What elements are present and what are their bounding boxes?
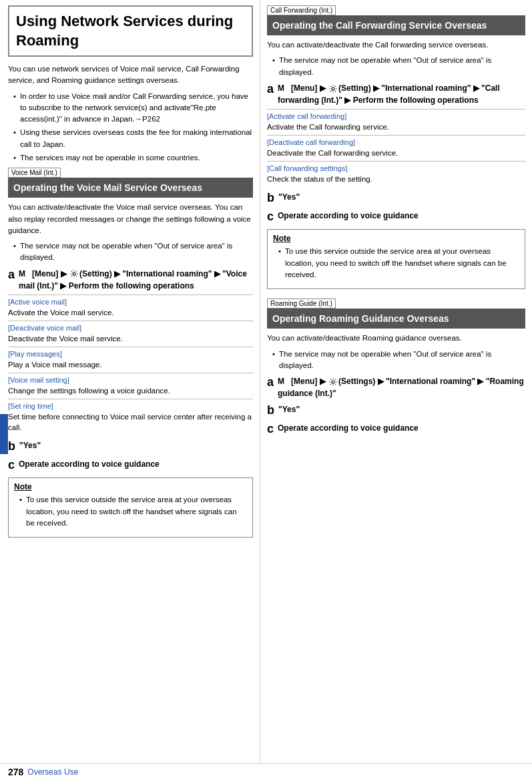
- rg-step-b-text: "Yes": [278, 403, 525, 415]
- rg-step-b-label: b: [267, 403, 274, 418]
- cf-note-bullets: To use this service outside the service …: [273, 246, 519, 280]
- left-column: Using Network Services during Roaming Yo…: [0, 0, 260, 763]
- step-c-label-vm: c: [8, 458, 15, 473]
- roaming-guidance-section: Roaming Guide (Int.) Operating Roaming G…: [267, 299, 525, 329]
- sub-activate-cf: [Activate call forwarding] Activate the …: [267, 109, 525, 135]
- rg-step-a-label: a: [267, 375, 274, 390]
- voice-mail-section: Voice Mail (Int.) Operating the Voice Ma…: [8, 168, 253, 198]
- sub-activate-cf-label: [Activate call forwarding]: [267, 112, 525, 120]
- cf-step-b-label: b: [267, 191, 274, 206]
- sub-ring-time-text: Set time before connecting to Voice mail…: [8, 411, 253, 433]
- page-container: Using Network Services during Roaming Yo…: [0, 0, 532, 780]
- cf-step-c-label: c: [267, 210, 274, 224]
- intro-bullet-1: In order to use Voice mail and/or Call F…: [13, 91, 253, 126]
- cf-step-b: b "Yes": [267, 191, 525, 206]
- voice-mail-sub-sections: [Active voice mail] Activate the Voice m…: [8, 295, 253, 436]
- voice-mail-tag: Voice Mail (Int.): [8, 168, 61, 178]
- rg-step-a-text: M [Menu] ▶ (Settings) ▶ "International r…: [278, 375, 525, 399]
- svg-point-2: [332, 381, 334, 383]
- roaming-guidance-bullet-1: The service may not be operable when "Ou…: [272, 349, 525, 372]
- sub-deactivate-cf: [Deactivate call forwarding] Deactivate …: [267, 135, 525, 161]
- sub-section-voice-setting: [Voice mail setting] Change the settings…: [8, 373, 253, 399]
- voice-mail-step-c: c Operate according to voice guidance: [8, 458, 253, 473]
- call-forwarding-sub-sections: [Activate call forwarding] Activate the …: [267, 109, 525, 187]
- sub-ring-time-label: [Set ring time]: [8, 402, 253, 410]
- footer: 278 Overseas Use: [0, 763, 532, 780]
- call-forwarding-body: You can activate/deactivate the Call for…: [267, 39, 525, 51]
- call-forwarding-section: Call Forwarding (Int.) Operating the Cal…: [267, 5, 525, 35]
- cf-note-title: Note: [273, 234, 519, 243]
- footer-link: Overseas Use: [27, 767, 78, 777]
- gear-icon-rg: [328, 377, 338, 387]
- step-a-label: a: [8, 268, 15, 282]
- rg-step-c: c Operate according to voice guidance: [267, 422, 525, 437]
- sub-section-ring-time: [Set ring time] Set time before connecti…: [8, 399, 253, 435]
- page-title: Using Network Services during Roaming: [16, 12, 245, 50]
- right-column: Call Forwarding (Int.) Operating the Cal…: [260, 0, 532, 763]
- sub-section-active-voice: [Active voice mail] Activate the Voice m…: [8, 295, 253, 321]
- intro-bullets: In order to use Voice mail and/or Call F…: [8, 91, 253, 164]
- voice-mail-step-a: a M [Menu] ▶ (Setting) ▶ "International …: [8, 268, 253, 292]
- call-forwarding-title: Operating the Call Forwarding Service Ov…: [267, 15, 525, 35]
- cf-step-c: c Operate according to voice guidance: [267, 210, 525, 224]
- sub-active-voice-label: [Active voice mail]: [8, 298, 253, 306]
- sub-voice-setting-text: Change the settings following a voice gu…: [8, 385, 253, 396]
- side-tab: [0, 414, 8, 454]
- call-forwarding-bullets: The service may not be operable when "Ou…: [267, 55, 525, 78]
- roaming-guidance-bullets: The service may not be operable when "Ou…: [267, 349, 525, 372]
- title-box: Using Network Services during Roaming: [8, 5, 253, 57]
- intro-text: You can use network services of Voice ma…: [8, 63, 253, 87]
- voice-mail-note-bullets: To use this service outside the service …: [14, 494, 247, 529]
- roaming-guidance-tag: Roaming Guide (Int.): [267, 299, 336, 309]
- cf-step-a-label: a: [267, 82, 274, 97]
- sub-section-play-messages: [Play messages] Play a Voice mail messag…: [8, 347, 253, 373]
- voice-mail-note-title: Note: [14, 482, 247, 492]
- rg-step-a: a M [Menu] ▶ (Settings) ▶ "International…: [267, 375, 525, 399]
- svg-point-1: [332, 87, 334, 90]
- voice-mail-note: Note To use this service outside the ser…: [8, 477, 253, 538]
- roaming-guidance-title: Operating Roaming Guidance Overseas: [267, 309, 525, 329]
- cf-step-a-text: M [Menu] ▶ (Setting) ▶ "International ro…: [278, 82, 525, 106]
- sub-voice-setting-label: [Voice mail setting]: [8, 376, 253, 384]
- step-b-text-vm: "Yes": [19, 439, 253, 451]
- page-number: 278: [8, 767, 23, 777]
- sub-cf-settings-label: [Call forwarding settings]: [267, 164, 525, 172]
- sub-section-deactivate-voice: [Deactivate voice mail] Deactivate the V…: [8, 321, 253, 347]
- call-forwarding-step-a: a M [Menu] ▶ (Setting) ▶ "International …: [267, 82, 525, 106]
- sub-play-messages-label: [Play messages]: [8, 350, 253, 358]
- cf-note: Note To use this service outside the ser…: [267, 229, 525, 289]
- voice-mail-title: Operating the Voice Mail Service Oversea…: [8, 178, 253, 198]
- cf-step-b-text: "Yes": [278, 191, 525, 203]
- voice-mail-note-text: To use this service outside the service …: [19, 494, 247, 529]
- call-forwarding-bullet-1: The service may not be operable when "Ou…: [272, 55, 525, 78]
- svg-point-0: [73, 272, 75, 275]
- gear-icon-cf: [328, 84, 338, 93]
- sub-play-messages-text: Play a Voice mail message.: [8, 359, 253, 370]
- call-forwarding-tag: Call Forwarding (Int.): [267, 5, 336, 15]
- sub-deactivate-voice-text: Deactivate the Voice mail service.: [8, 333, 253, 344]
- sub-deactivate-voice-label: [Deactivate voice mail]: [8, 324, 253, 332]
- voice-mail-bullets: The service may not be operable when "Ou…: [8, 240, 253, 264]
- step-a-text: M [Menu] ▶ (Setting) ▶ "International ro…: [19, 268, 253, 292]
- sub-cf-settings-text: Check the status of the setting.: [267, 174, 525, 184]
- voice-mail-body: You can activate/deactivate the Voice ma…: [8, 202, 253, 236]
- voice-mail-bullet-1: The service may not be operable when "Ou…: [13, 240, 253, 264]
- intro-bullet-2: Using these services overseas costs the …: [13, 127, 253, 150]
- rg-step-c-label: c: [267, 422, 274, 437]
- cf-note-text: To use this service outside the service …: [278, 246, 519, 280]
- sub-deactivate-cf-text: Deactivate the Call forwarding service.: [267, 148, 525, 158]
- roaming-guidance-body: You can activate/deactivate Roaming guid…: [267, 333, 525, 344]
- step-c-text-vm: Operate according to voice guidance: [19, 458, 253, 470]
- sub-deactivate-cf-label: [Deactivate call forwarding]: [267, 138, 525, 146]
- rg-step-b: b "Yes": [267, 403, 525, 418]
- step-b-label-vm: b: [8, 439, 15, 454]
- intro-bullet-3: The services may not be operable in some…: [13, 152, 253, 164]
- sub-cf-settings: [Call forwarding settings] Check the sta…: [267, 161, 525, 187]
- sub-activate-cf-text: Activate the Call forwarding service.: [267, 122, 525, 132]
- main-content: Using Network Services during Roaming Yo…: [0, 0, 532, 763]
- gear-icon: [69, 269, 79, 278]
- sub-active-voice-text: Activate the Voice mail service.: [8, 307, 253, 318]
- cf-step-c-text: Operate according to voice guidance: [278, 210, 525, 222]
- voice-mail-step-b: b "Yes": [8, 439, 253, 454]
- rg-step-c-text: Operate according to voice guidance: [278, 422, 525, 434]
